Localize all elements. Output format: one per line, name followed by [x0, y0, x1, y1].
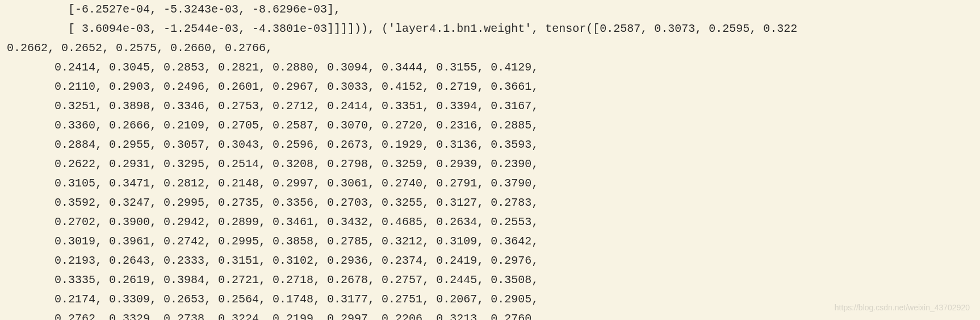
code-line: 0.3105, 0.3471, 0.2812, 0.2148, 0.2997, … [0, 177, 538, 190]
code-line: 0.2110, 0.2903, 0.2496, 0.2601, 0.2967, … [0, 80, 538, 93]
code-line: 0.2884, 0.2955, 0.3057, 0.3043, 0.2596, … [0, 138, 538, 151]
code-line: 0.3360, 0.2666, 0.2109, 0.2705, 0.2587, … [0, 119, 538, 132]
code-line: 0.2174, 0.3309, 0.2653, 0.2564, 0.1748, … [0, 293, 538, 306]
code-output: [-6.2527e-04, -5.3243e-03, -8.6296e-03],… [0, 0, 980, 320]
code-line: [ 3.6094e-03, -1.2544e-03, -4.3801e-03]]… [0, 22, 797, 35]
code-line: 0.2414, 0.3045, 0.2853, 0.2821, 0.2880, … [0, 61, 538, 74]
code-line: 0.2622, 0.2931, 0.3295, 0.2514, 0.3208, … [0, 157, 538, 171]
code-line: 0.2762, 0.3329, 0.2738, 0.3224, 0.2199, … [0, 312, 538, 320]
code-line: 0.2193, 0.2643, 0.2333, 0.3151, 0.3102, … [0, 254, 538, 267]
code-line: 0.2702, 0.3900, 0.2942, 0.2899, 0.3461, … [0, 215, 538, 228]
code-line: 0.3335, 0.2619, 0.3984, 0.2721, 0.2718, … [0, 273, 538, 286]
code-line: 0.3592, 0.3247, 0.2995, 0.2735, 0.3356, … [0, 196, 538, 209]
code-line: 0.2662, 0.2652, 0.2575, 0.2660, 0.2766, [0, 41, 273, 55]
code-line: [-6.2527e-04, -5.3243e-03, -8.6296e-03], [0, 3, 341, 16]
code-line: 0.3019, 0.3961, 0.2742, 0.2995, 0.3858, … [0, 235, 538, 248]
code-line: 0.3251, 0.3898, 0.3346, 0.2753, 0.2712, … [0, 99, 538, 113]
